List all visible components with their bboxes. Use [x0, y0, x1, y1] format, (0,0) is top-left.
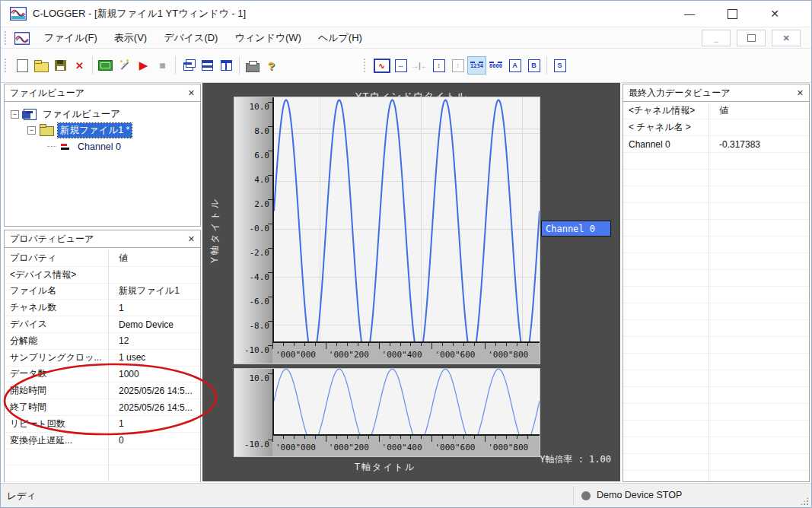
table-row[interactable]: Channel 0 -0.317383	[623, 136, 809, 153]
tree-node-root[interactable]: − ファイルビューア	[5, 106, 200, 122]
collapse-icon[interactable]: −	[27, 126, 36, 135]
run-button[interactable]: ▶	[134, 56, 153, 75]
table-row[interactable]: 分解能 12	[5, 333, 200, 350]
compress-horizontal-button[interactable]: →|←	[410, 56, 429, 75]
t-tick-label: '000"400	[382, 350, 422, 360]
mdi-minimize-button[interactable]: _	[702, 30, 731, 46]
channel-flag-label[interactable]: Channel 0	[541, 221, 611, 237]
toolbar-gripper[interactable]	[5, 59, 10, 72]
column-divider[interactable]	[108, 250, 109, 481]
mdi-close-button[interactable]: ✕	[772, 30, 801, 46]
toolbar: ✕ ▶ ■ ? ∿ ↔ →|← ↕ ↕ 1234 0000 A B S	[1, 48, 811, 83]
table-row[interactable]: <デバイス情報>	[5, 267, 200, 284]
save-file-button[interactable]	[51, 56, 70, 75]
overview-y-axis-scale: 10.0-10.0	[234, 369, 272, 456]
file-viewer-root-icon	[24, 109, 37, 120]
menu-window[interactable]: ウィンドウ(W)	[226, 28, 309, 48]
overview-chart: 10.0-10.0 '000"000'000"200'000"400'000"6…	[234, 369, 540, 456]
overview-plot-area[interactable]	[272, 369, 540, 434]
t-tick-mark	[379, 436, 380, 442]
tile-vertical-button[interactable]	[217, 56, 236, 75]
table-row[interactable]: デバイス Demo Device	[5, 316, 200, 333]
mdi-restore-button[interactable]	[737, 30, 766, 46]
toolbar2-gripper[interactable]	[364, 59, 369, 72]
window-title: C-LOGGER - [新規ファイル1 YTウィンドウ - 1]	[33, 7, 246, 21]
menu-device[interactable]: デバイス(D)	[155, 28, 226, 48]
t-minor-tick	[442, 436, 443, 439]
table-row[interactable]: < チャネル名 >	[623, 119, 809, 136]
table-row-empty	[623, 354, 809, 370]
table-row-empty	[623, 170, 809, 186]
tree-root-label[interactable]: ファイルビューア	[40, 107, 123, 122]
main-plot-area[interactable]	[272, 97, 540, 341]
t-minor-tick	[368, 343, 369, 346]
stop-button[interactable]: ■	[153, 56, 172, 75]
yt-wave-icon: ∿	[374, 59, 390, 73]
table-row[interactable]: 終了時間 2025/05/26 14:5...	[5, 399, 200, 416]
t-tick-label: '000"200	[329, 443, 369, 452]
compress-vertical-icon: ↕	[452, 59, 464, 72]
data-header-row: <チャネル情報> 値	[623, 103, 809, 119]
table-row[interactable]: データ数 1000	[5, 367, 200, 383]
tile-horizontal-button[interactable]	[198, 56, 217, 75]
compress-vertical-button[interactable]: ↕	[448, 56, 467, 75]
y-tick-label: -10.0	[244, 440, 269, 449]
y-tick-label: 2.0	[254, 199, 269, 209]
t-tick-mark	[485, 343, 486, 349]
cascade-windows-button[interactable]	[179, 56, 198, 75]
toolbar-separator	[175, 56, 176, 75]
tree-node-channel[interactable]: Channel 0	[5, 138, 200, 154]
marker-a-button[interactable]: A	[505, 56, 524, 75]
table-row[interactable]: 変換停止遅延... 0	[5, 433, 200, 449]
table-row[interactable]: リピート回数 1	[5, 416, 200, 433]
menubar-gripper[interactable]	[5, 31, 10, 45]
new-file-button[interactable]	[13, 56, 32, 75]
table-row[interactable]: 開始時間 2025/05/26 14:5...	[5, 383, 200, 399]
t-minor-tick	[453, 436, 454, 439]
column-divider[interactable]	[709, 103, 709, 481]
device-settings-button[interactable]	[96, 56, 115, 75]
t-tick-mark	[326, 436, 326, 442]
marker-b-button[interactable]: B	[524, 56, 543, 75]
window-maximize-button[interactable]	[717, 4, 747, 24]
t-tick-label: '000"000	[275, 443, 316, 452]
tree-node-file[interactable]: − 新規ファイル1 *	[5, 122, 200, 138]
table-row-empty	[623, 203, 809, 220]
fit-horizontal-button[interactable]: ↔	[391, 56, 410, 75]
expand-vertical-button[interactable]: ↕	[429, 56, 448, 75]
fit-horizontal-icon: ↔	[395, 59, 407, 72]
title-bar: C-LOGGER - [新規ファイル1 YTウィンドウ - 1] — ✕	[1, 1, 811, 27]
menu-file[interactable]: ファイル(F)	[36, 28, 106, 48]
help-button[interactable]: ?	[262, 56, 281, 75]
table-row[interactable]: チャネル数 1	[5, 300, 200, 316]
digital-zero-button[interactable]: 0000	[486, 56, 505, 75]
digital-display-button[interactable]: 1234	[467, 56, 486, 75]
window-close-button[interactable]: ✕	[759, 4, 790, 24]
menu-view[interactable]: 表示(V)	[106, 28, 155, 48]
table-row[interactable]: サンプリングクロッ... 1 usec	[5, 350, 200, 367]
y-tick-label: 10.0	[250, 373, 270, 383]
table-row-empty	[623, 153, 809, 170]
menu-help[interactable]: ヘルプ(H)	[310, 28, 371, 48]
yt-window-button[interactable]: ∿	[372, 56, 391, 75]
setup-wizard-button[interactable]	[115, 56, 134, 75]
open-file-button[interactable]	[32, 56, 51, 75]
tree-file-label[interactable]: 新規ファイル1 *	[58, 123, 132, 138]
y-tick-label: -4.0	[250, 272, 270, 282]
collapse-icon[interactable]: −	[11, 110, 19, 119]
data-viewer-close-button[interactable]: ✕	[797, 89, 804, 97]
sampling-settings-button[interactable]: S	[550, 56, 569, 75]
table-row-empty	[623, 237, 809, 253]
resize-grip[interactable]	[800, 497, 809, 506]
digits-0000-icon: 0000	[489, 62, 502, 69]
table-row[interactable]: ファイル名 新規ファイル1	[5, 284, 200, 300]
property-viewer-panel: プロパティビューア ✕ プロパティ 値 <デバイス情報> ファイル名 新規ファイ…	[4, 230, 201, 482]
tree-channel-label[interactable]: Channel 0	[75, 141, 123, 153]
file-viewer-close-button[interactable]: ✕	[188, 89, 195, 97]
print-button[interactable]	[243, 56, 262, 75]
delete-button[interactable]: ✕	[70, 56, 89, 75]
channel-icon	[61, 143, 72, 151]
window-minimize-button[interactable]: —	[674, 4, 705, 24]
property-viewer-close-button[interactable]: ✕	[188, 235, 195, 243]
t-minor-tick	[421, 343, 422, 346]
